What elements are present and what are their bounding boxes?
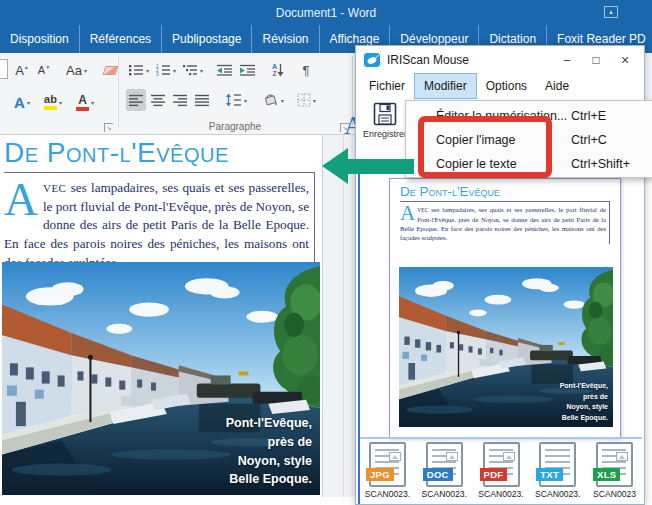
font-dialog-launcher[interactable]: ↘ (104, 123, 113, 132)
align-right-icon (172, 94, 188, 107)
paragraph-group-row2 (126, 89, 318, 111)
format-jpg[interactable]: JPG SCAN0023. (360, 442, 415, 499)
shortcut-copy-text: Ctrl+Shift+ (571, 157, 630, 171)
jpg-file-icon: JPG (369, 442, 406, 487)
iriscan-menubar: Fichier Modifier Options Aide (356, 73, 644, 99)
doc-file-label: SCAN0023. (422, 489, 467, 499)
tab-references[interactable]: Références (80, 25, 162, 53)
arrow-body (347, 159, 414, 174)
word-titlebar: Document1 - Word ▴ (0, 0, 652, 25)
txt-file-icon: TXT (539, 442, 576, 487)
highlight-color-bar (44, 106, 57, 110)
font-size-box-fragment (0, 59, 8, 79)
text-highlight-button[interactable]: ab (42, 91, 64, 113)
document-paragraph: AVEC ses lampadaires, ses quais et ses p… (4, 179, 309, 273)
red-highlight-box (418, 116, 552, 178)
show-paragraph-marks-button[interactable]: ¶ (296, 59, 316, 81)
page-gap (323, 135, 355, 497)
format-xls[interactable]: XLS SCAN0023 (587, 442, 642, 499)
format-doc[interactable]: DOC SCAN0023. (417, 442, 472, 499)
save-label: Enregistrer (363, 129, 407, 139)
decrease-indent-icon (216, 64, 233, 76)
font-color-bar (76, 107, 89, 111)
shading-button[interactable] (260, 89, 286, 111)
svg-text:3: 3 (156, 72, 159, 76)
menu-options[interactable]: Options (477, 73, 536, 99)
menu-fichier[interactable]: Fichier (360, 73, 414, 99)
multilevel-list-icon (182, 64, 198, 76)
increase-indent-button[interactable] (237, 59, 258, 81)
format-pdf[interactable]: PDF SCAN0023. (474, 442, 529, 499)
xls-file-label: SCAN0023 (593, 489, 636, 499)
preview-paragraph-frame: AVEC ses lampadaires, ses quais et ses p… (400, 201, 610, 244)
export-formats-row: JPG SCAN0023. DOC SCAN0023. PDF SCAN0023… (358, 442, 644, 499)
font-group-row1: A A Aa (12, 59, 121, 81)
minimize-button[interactable]: – (556, 53, 578, 67)
xls-file-icon: XLS (596, 442, 633, 487)
align-right-button[interactable] (170, 89, 190, 111)
paragraph-group-label: Paragraphe (120, 121, 350, 132)
borders-icon (297, 93, 311, 107)
justify-button[interactable] (192, 89, 212, 111)
iriscan-titlebar[interactable]: IRIScan Mouse – □ × (356, 46, 644, 73)
scan-preview-page[interactable]: De Pont-l'Evêque AVEC ses lampadaires, s… (389, 178, 621, 439)
iriscan-mouse-icon (364, 53, 380, 67)
align-left-icon (128, 94, 144, 107)
bullet-list-button[interactable] (126, 59, 151, 81)
line-spacing-icon (225, 93, 242, 107)
font-color-button[interactable]: A (74, 91, 96, 113)
page-edge-line (322, 135, 323, 497)
drop-cap: A (4, 182, 38, 217)
tab-publipostage[interactable]: Publipostage (162, 25, 252, 53)
numbered-list-icon: 123 (155, 64, 171, 76)
preview-photo-caption: Pont-l'Evêque, près de Noyon, style Bell… (560, 381, 608, 423)
font-group-row2: A ab A (12, 91, 96, 113)
document-heading: De Pont-l'Evêque (4, 137, 229, 169)
pdf-file-icon: PDF (483, 442, 520, 487)
increase-indent-icon (239, 64, 256, 76)
menu-aide[interactable]: Aide (536, 73, 578, 99)
bullet-list-icon (128, 64, 144, 76)
borders-button[interactable] (295, 89, 318, 111)
image-thumb-icon (616, 452, 628, 461)
image-thumb-icon (446, 452, 458, 461)
close-button[interactable]: × (614, 52, 636, 68)
menu-modifier[interactable]: Modifier (414, 73, 477, 99)
align-left-button[interactable] (126, 89, 146, 111)
preview-paragraph: AVEC ses lampadaires, ses quais et ses p… (400, 205, 606, 242)
page-edge-line-2 (343, 135, 344, 497)
maximize-button[interactable]: □ (585, 53, 607, 67)
align-center-button[interactable] (148, 89, 168, 111)
grow-font-button[interactable]: A (12, 59, 32, 81)
ribbon-display-options-icon[interactable]: ▴ (604, 6, 618, 18)
sort-button[interactable]: AZ (268, 59, 288, 81)
paint-bucket-icon (262, 93, 279, 107)
shrink-font-button[interactable]: A (34, 59, 54, 81)
line-spacing-button[interactable] (223, 89, 249, 111)
preview-heading: De Pont-l'Evêque (400, 184, 612, 199)
change-case-button[interactable]: Aa (64, 59, 89, 81)
tab-disposition[interactable]: Disposition (0, 25, 80, 53)
eraser-icon (103, 66, 119, 75)
sort-arrow-icon (277, 63, 284, 77)
tab-revision[interactable]: Révision (252, 25, 319, 53)
numbered-list-button[interactable]: 123 (153, 59, 178, 81)
jpg-file-label: SCAN0023. (365, 489, 410, 499)
save-button[interactable]: Enregistrer (361, 101, 409, 139)
preview-canal-photo: Pont-l'Evêque, près de Noyon, style Bell… (399, 267, 613, 427)
shortcut-edit-scan: Ctrl+E (571, 109, 606, 123)
text-effects-button[interactable]: A (12, 91, 32, 113)
iriscan-title: IRIScan Mouse (387, 53, 549, 67)
paragraph-group-row1: 123 AZ ¶ (126, 59, 316, 81)
pdf-file-label: SCAN0023. (478, 489, 523, 499)
canal-photo: Pont-l'Evêque, près de Noyon, style Bell… (2, 262, 320, 495)
group-divider (118, 56, 119, 128)
multilevel-list-button[interactable] (180, 59, 205, 81)
photo-caption: Pont-l'Evêque, près de Noyon, style Bell… (226, 414, 312, 489)
format-txt[interactable]: TXT SCAN0023. (530, 442, 585, 499)
shortcut-copy-image: Ctrl+C (571, 133, 607, 147)
decrease-indent-button[interactable] (214, 59, 235, 81)
green-arrow-annotation (322, 148, 414, 185)
word-title: Document1 - Word (276, 6, 376, 20)
image-thumb-icon (389, 452, 401, 461)
